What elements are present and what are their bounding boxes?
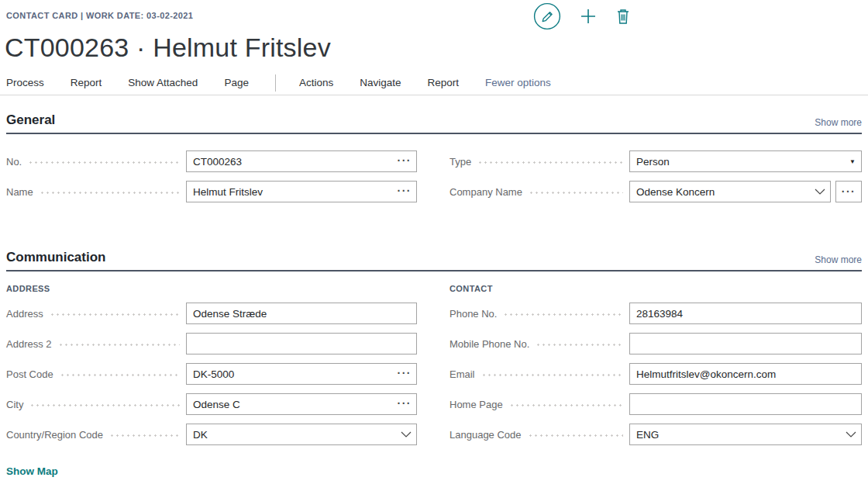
company-name-assist-button[interactable]: ··· (835, 181, 862, 202)
plus-icon (580, 8, 597, 25)
communication-show-more-link[interactable]: Show more (815, 254, 862, 265)
menu-item-process[interactable]: Process (6, 77, 44, 88)
phone-input[interactable] (629, 303, 862, 324)
communication-title[interactable]: Communication (6, 250, 105, 265)
address-label: Address (6, 308, 43, 320)
context-label: CONTACT CARD | WORK DATE: 03-02-2021 (6, 11, 193, 20)
field-row-city: City ··· (6, 393, 417, 415)
dotted-leader (477, 161, 623, 164)
general-title[interactable]: General (6, 112, 55, 128)
field-row-language: Language Code (450, 424, 862, 445)
mobile-phone-input[interactable] (629, 333, 862, 354)
no-assist-button[interactable]: ··· (398, 155, 412, 166)
dotted-leader (40, 192, 180, 194)
city-label: City (6, 399, 23, 410)
menu-divider (275, 74, 276, 92)
field-row-no: No. ··· (6, 150, 417, 172)
menu-item-actions[interactable]: Actions (299, 77, 333, 88)
edit-button[interactable] (533, 2, 561, 30)
menu-item-navigate[interactable]: Navigate (360, 77, 401, 88)
dotted-leader (50, 313, 180, 316)
address-input[interactable] (186, 303, 417, 324)
type-select[interactable] (629, 150, 862, 172)
general-left-column: No. ··· Name (6, 150, 417, 211)
pencil-icon (533, 2, 561, 30)
email-input[interactable] (629, 363, 862, 385)
city-input[interactable] (186, 393, 417, 415)
contact-card-page: CONTACT CARD | WORK DATE: 03-02-2021 CT0… (0, 0, 868, 498)
post-code-input[interactable] (186, 363, 417, 385)
address-group: ADDRESS Address Address 2 (6, 271, 417, 478)
field-row-address2: Address 2 (6, 333, 417, 354)
field-row-company-name: Company Name ··· (450, 181, 862, 202)
no-label: No. (6, 156, 22, 168)
general-header: General Show more (6, 112, 862, 134)
post-code-assist-button[interactable]: ··· (398, 368, 412, 379)
field-row-country: Country/Region Code (6, 424, 417, 445)
page-actions (533, 2, 631, 30)
address2-input[interactable] (186, 333, 417, 354)
chevron-down-icon[interactable] (401, 431, 412, 438)
city-assist-button[interactable]: ··· (398, 398, 412, 409)
home-page-input[interactable] (629, 393, 862, 415)
dotted-leader (109, 434, 180, 437)
select-arrow-icon[interactable]: ▼ (849, 158, 856, 165)
menu-item-show-attached[interactable]: Show Attached (128, 77, 198, 88)
contact-group-header: CONTACT (450, 284, 862, 293)
dotted-leader (58, 344, 180, 346)
communication-fields: ADDRESS Address Address 2 (6, 271, 862, 478)
phone-label: Phone No. (450, 308, 497, 320)
no-input[interactable] (186, 150, 417, 172)
general-show-more-link[interactable]: Show more (815, 117, 862, 128)
ribbon-menu: Process Report Show Attached Page Action… (0, 71, 868, 95)
page-title: CT000263 · Helmut Fritslev (0, 22, 868, 71)
dotted-leader (29, 404, 180, 406)
section-general: General Show more No. ··· (6, 112, 862, 211)
menu-item-report[interactable]: Report (71, 77, 102, 88)
dotted-leader (529, 192, 623, 194)
context-bar: CONTACT CARD | WORK DATE: 03-02-2021 (0, 0, 868, 22)
email-label: Email (450, 368, 475, 380)
dotted-leader (481, 374, 623, 376)
chevron-down-icon[interactable] (846, 431, 856, 438)
language-code-input[interactable] (629, 424, 862, 445)
dotted-leader (528, 434, 623, 437)
name-input[interactable] (186, 181, 417, 202)
address2-label: Address 2 (6, 338, 52, 350)
show-map-link[interactable]: Show Map (6, 465, 58, 477)
address-group-header: ADDRESS (6, 284, 417, 293)
trash-icon (615, 8, 631, 25)
chevron-down-icon[interactable] (815, 188, 825, 195)
field-row-phone: Phone No. (450, 303, 862, 324)
general-right-column: Type ▼ Company Name (450, 150, 862, 211)
contact-group: CONTACT Phone No. Mobile Phone No. (450, 271, 862, 478)
dotted-leader (509, 404, 623, 406)
mobile-phone-label: Mobile Phone No. (450, 338, 529, 350)
name-assist-button[interactable]: ··· (398, 185, 412, 196)
language-code-label: Language Code (450, 429, 522, 441)
field-row-home-page: Home Page (450, 393, 862, 415)
menu-item-page[interactable]: Page (224, 77, 249, 88)
dotted-leader (503, 313, 623, 316)
company-name-label: Company Name (450, 186, 522, 198)
new-button[interactable] (580, 8, 597, 25)
fewer-options-link[interactable]: Fewer options (485, 77, 551, 88)
menu-item-report-2[interactable]: Report (428, 77, 460, 88)
type-label: Type (450, 156, 471, 168)
delete-button[interactable] (615, 8, 631, 25)
country-code-label: Country/Region Code (6, 429, 103, 441)
field-row-mobile: Mobile Phone No. (450, 333, 862, 354)
field-row-name: Name ··· (6, 181, 417, 202)
section-communication: Communication Show more ADDRESS Address (6, 250, 862, 478)
card-content: General Show more No. ··· (0, 112, 868, 478)
field-row-email: Email (450, 363, 862, 385)
dotted-leader (28, 161, 180, 164)
field-row-type: Type ▼ (450, 150, 862, 172)
company-name-input[interactable] (629, 181, 831, 202)
field-row-post-code: Post Code ··· (6, 363, 417, 385)
home-page-label: Home Page (450, 399, 503, 410)
country-code-input[interactable] (186, 424, 417, 445)
general-fields: No. ··· Name (6, 150, 862, 211)
field-row-address: Address (6, 303, 417, 324)
name-label: Name (6, 186, 33, 198)
